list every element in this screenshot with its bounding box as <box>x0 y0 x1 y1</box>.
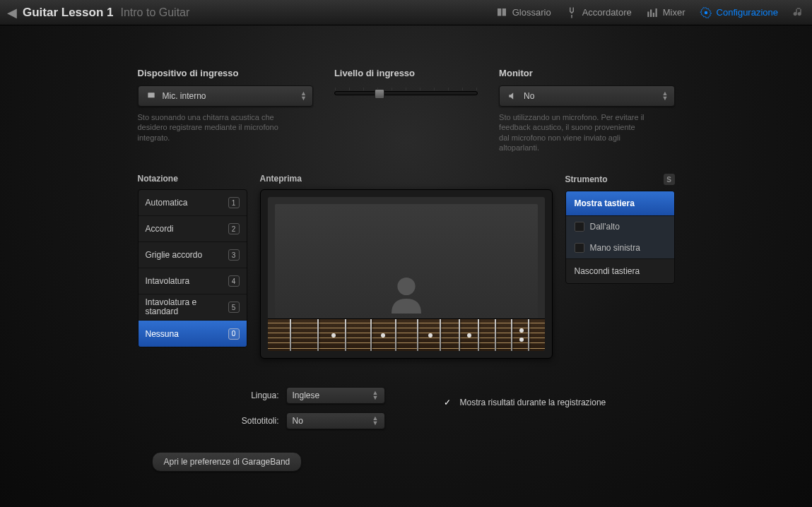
shortcut-badge: S <box>664 174 675 185</box>
input-device-select[interactable]: Mic. interno ▲▼ <box>138 85 313 107</box>
show-fretboard-item[interactable]: Mostra tastiera <box>566 191 674 216</box>
svg-rect-1 <box>650 9 652 17</box>
preview-box <box>260 189 553 359</box>
input-device-label: Dispositivo di ingresso <box>138 68 313 78</box>
monitor-hint: Sto utilizzando un microfono. Per evitar… <box>499 112 647 153</box>
video-preview <box>275 204 538 318</box>
lesson-subtitle: Intro to Guitar <box>120 6 189 19</box>
settings-panel: Dispositivo di ingresso Mic. interno ▲▼ … <box>138 68 675 472</box>
notation-item-tab[interactable]: Intavolatura 4 <box>139 268 247 294</box>
open-preferences-button[interactable]: Apri le preferenze di GarageBand <box>152 452 302 472</box>
language-label: Lingua: <box>152 390 279 400</box>
hide-fretboard-item[interactable]: Nascondi tastiera <box>566 259 674 283</box>
top-bar: ◀ Guitar Lesson 1 Intro to Guitar Glossa… <box>0 0 812 25</box>
notation-label: Notazione <box>138 174 247 184</box>
chevron-updown-icon: ▲▼ <box>372 416 379 426</box>
notation-item-chords[interactable]: Accordi 2 <box>139 216 247 242</box>
book-icon <box>495 6 508 19</box>
instrument-label: Strumento S <box>565 174 675 185</box>
tuning-fork-icon <box>565 6 578 19</box>
chevron-updown-icon: ▲▼ <box>300 91 307 101</box>
mixer-icon <box>646 6 659 19</box>
back-arrow-icon[interactable]: ◀ <box>7 5 17 20</box>
speaker-icon <box>505 91 519 101</box>
checkbox-icon <box>575 222 584 232</box>
left-hand-checkbox[interactable]: Mano sinistra <box>566 237 674 259</box>
tuner-button[interactable]: Accordatore <box>565 6 632 19</box>
checkmark-icon: ✓ <box>442 397 453 408</box>
svg-rect-3 <box>655 8 657 17</box>
glossary-button[interactable]: Glossario <box>495 6 551 19</box>
music-note-icon[interactable] <box>792 6 805 19</box>
subtitles-select[interactable]: No ▲▼ <box>286 412 385 429</box>
svg-rect-2 <box>653 13 654 17</box>
monitor-select[interactable]: No ▲▼ <box>499 85 674 107</box>
fretboard-preview <box>268 318 545 351</box>
chevron-updown-icon: ▲▼ <box>662 91 669 101</box>
monitor-label: Monitor <box>499 68 674 78</box>
gear-icon <box>700 6 712 19</box>
input-device-hint: Sto suonando una chitarra acustica che d… <box>138 112 286 143</box>
chevron-updown-icon: ▲▼ <box>372 390 379 400</box>
mic-icon <box>144 91 158 101</box>
subtitles-label: Sottotitoli: <box>152 416 279 426</box>
mixer-button[interactable]: Mixer <box>646 6 686 19</box>
svg-rect-5 <box>148 93 154 97</box>
lesson-title: Guitar Lesson 1 <box>23 6 113 20</box>
notation-list: Automatica 1 Accordi 2 Griglie accordo 3… <box>138 189 247 347</box>
checkbox-icon <box>575 243 584 253</box>
from-top-checkbox[interactable]: Dall'alto <box>566 216 674 237</box>
show-results-checkbox[interactable]: ✓ Mostra risultati durante la registrazi… <box>442 397 606 408</box>
instrument-list: Mostra tastiera Dall'alto Mano sinistra … <box>565 191 675 284</box>
svg-rect-0 <box>647 11 649 17</box>
avatar-icon <box>382 269 431 318</box>
notation-item-chord-grids[interactable]: Griglie accordo 3 <box>139 242 247 268</box>
svg-point-4 <box>704 11 707 14</box>
language-select[interactable]: Inglese ▲▼ <box>286 387 385 404</box>
notation-item-tab-standard[interactable]: Intavolatura e standard 5 <box>139 294 247 321</box>
input-level-slider[interactable] <box>334 91 478 95</box>
svg-point-6 <box>397 278 415 295</box>
notation-item-automatic[interactable]: Automatica 1 <box>139 190 247 216</box>
preview-label: Anteprima <box>260 174 553 184</box>
notation-item-none[interactable]: Nessuna 0 <box>139 321 247 347</box>
slider-thumb[interactable] <box>375 89 384 99</box>
configuration-button[interactable]: Configurazione <box>700 6 778 19</box>
input-level-label: Livello di ingresso <box>334 68 478 78</box>
